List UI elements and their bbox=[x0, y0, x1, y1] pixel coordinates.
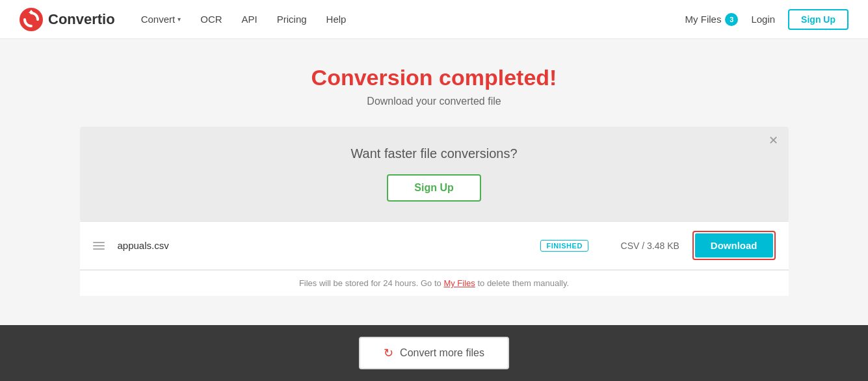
logo-icon bbox=[20, 8, 43, 31]
bottom-bar: ↻ Convert more files bbox=[0, 325, 868, 381]
convert-more-label: Convert more files bbox=[400, 347, 484, 359]
main-nav: Convert ▾ OCR API Pricing Help bbox=[141, 14, 685, 25]
header-right: My Files 3 Login Sign Up bbox=[685, 9, 848, 30]
nav-api[interactable]: API bbox=[242, 14, 257, 25]
chevron-down-icon: ▾ bbox=[178, 16, 181, 23]
main-content: Conversion completed! Download your conv… bbox=[0, 39, 868, 381]
promo-card: ✕ Want faster file conversions? Sign Up bbox=[80, 127, 789, 221]
conversion-subtitle: Download your converted file bbox=[367, 96, 501, 107]
promo-text: Want faster file conversions? bbox=[350, 146, 517, 161]
my-files-link[interactable]: My Files 3 bbox=[685, 13, 739, 26]
nav-pricing[interactable]: Pricing bbox=[277, 14, 307, 25]
nav-convert[interactable]: Convert ▾ bbox=[141, 14, 181, 25]
nav-ocr[interactable]: OCR bbox=[200, 14, 222, 25]
my-files-link-note[interactable]: My Files bbox=[443, 278, 475, 288]
logo-area[interactable]: Convertio bbox=[20, 8, 115, 31]
download-button[interactable]: Download bbox=[695, 233, 773, 257]
file-size: CSV / 3.48 KB bbox=[601, 241, 679, 251]
file-section: appuals.csv FINISHED CSV / 3.48 KB Downl… bbox=[80, 221, 789, 270]
refresh-icon: ↻ bbox=[384, 346, 393, 360]
login-link[interactable]: Login bbox=[751, 14, 775, 25]
close-icon[interactable]: ✕ bbox=[769, 135, 778, 146]
nav-help[interactable]: Help bbox=[326, 14, 347, 25]
storage-note-suffix: to delete them manually. bbox=[475, 278, 569, 288]
convert-more-button[interactable]: ↻ Convert more files bbox=[359, 337, 509, 369]
file-row: appuals.csv FINISHED CSV / 3.48 KB Downl… bbox=[80, 222, 789, 270]
conversion-title: Conversion completed! bbox=[311, 65, 557, 90]
my-files-label: My Files bbox=[685, 14, 722, 25]
logo-text: Convertio bbox=[48, 11, 115, 28]
status-badge: FINISHED bbox=[540, 240, 588, 252]
download-btn-wrapper: Download bbox=[692, 231, 776, 260]
promo-signup-button[interactable]: Sign Up bbox=[387, 174, 480, 202]
file-menu-icon[interactable] bbox=[93, 242, 105, 250]
header: Convertio Convert ▾ OCR API Pricing Help… bbox=[0, 0, 868, 39]
signup-button[interactable]: Sign Up bbox=[788, 9, 848, 30]
storage-note: Files will be stored for 24 hours. Go to… bbox=[80, 270, 789, 296]
file-name: appuals.csv bbox=[118, 240, 528, 251]
storage-note-prefix: Files will be stored for 24 hours. Go to bbox=[299, 278, 444, 288]
files-badge: 3 bbox=[725, 13, 738, 26]
